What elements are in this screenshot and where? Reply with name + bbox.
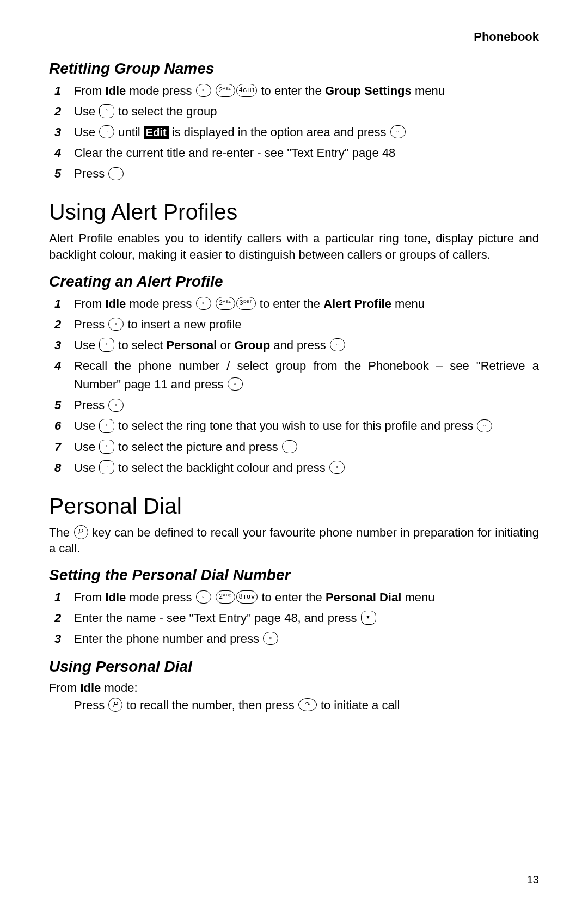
- step: Use ◦ to select the group: [49, 102, 539, 121]
- heading-alert-profiles: Using Alert Profiles: [49, 199, 539, 225]
- step: Use ◦ to select the ring tone that you w…: [49, 417, 539, 435]
- step: Clear the current title and re-enter - s…: [49, 144, 539, 162]
- softkey-icon: ▫: [108, 167, 124, 180]
- nav-icon: ◦: [99, 125, 114, 138]
- step: Recall the phone number / select group f…: [49, 357, 539, 394]
- alert-steps: From Idle mode press ▫ 2ᴬᴮᶜ3ᴰᴱᶠ to enter…: [49, 295, 539, 477]
- step: Enter the phone number and press ▫: [49, 630, 539, 648]
- personal-steps: From Idle mode press ▫ 2ᴬᴮᶜ8ᴛᴜᴠ to enter…: [49, 588, 539, 648]
- step: From Idle mode press ▫ 2ᴬᴮᶜ8ᴛᴜᴠ to enter…: [49, 588, 539, 607]
- nav-icon: ◦: [99, 338, 114, 352]
- softkey-icon: ▫: [390, 125, 406, 138]
- nav-icon: ◦: [99, 440, 114, 454]
- step: Use ◦ to select Personal or Group and pr…: [49, 336, 539, 355]
- subheading-retitling: Retitling Group Names: [49, 60, 539, 77]
- step: From Idle mode press ▫ 2ᴬᴮᶜ3ᴰᴱᶠ to enter…: [49, 295, 539, 313]
- step: Use ◦ until Edit is displayed in the opt…: [49, 123, 539, 142]
- softkey-icon: ▫: [330, 338, 345, 351]
- idle-line: From Idle mode:: [49, 680, 539, 696]
- subheading-use-personal: Using Personal Dial: [49, 658, 539, 675]
- softkey-icon: ▫: [263, 632, 278, 645]
- edit-badge: Edit: [144, 126, 169, 139]
- nav-icon: ◦: [99, 460, 114, 474]
- subheading-set-personal: Setting the Personal Dial Number: [49, 566, 539, 584]
- p-key-icon: P: [108, 698, 122, 712]
- step: Press ▫ to insert a new profile: [49, 315, 539, 334]
- nav-icon: ◦: [99, 419, 114, 433]
- nav-icon: ◦: [99, 104, 114, 118]
- softkey-icon: ▫: [282, 440, 297, 453]
- alert-intro: Alert Profile enables you to identify ca…: [49, 230, 539, 263]
- retitling-steps: From Idle mode press ▫ 2ᴬᴮᶜ4ɢʜɪ to enter…: [49, 82, 539, 183]
- step: Press ▫: [49, 164, 539, 183]
- step: Use ◦ to select the picture and press ▫: [49, 438, 539, 456]
- key-8-icon: 8ᴛᴜᴠ: [236, 590, 258, 604]
- heading-personal-dial: Personal Dial: [49, 493, 539, 519]
- section-header: Phonebook: [474, 30, 539, 44]
- softkey-icon: ▫: [196, 84, 211, 97]
- page-number: 13: [527, 874, 539, 886]
- step: From Idle mode press ▫ 2ᴬᴮᶜ4ɢʜɪ to enter…: [49, 82, 539, 100]
- step: Press ▫: [49, 396, 539, 415]
- key-2-icon: 2ᴬᴮᶜ: [216, 297, 235, 310]
- key-2-icon: 2ᴬᴮᶜ: [216, 590, 235, 604]
- subheading-create-alert: Creating an Alert Profile: [49, 273, 539, 290]
- softkey-icon: ▫: [228, 377, 243, 391]
- personal-intro: The P key can be defined to recall your …: [49, 525, 539, 557]
- step: Use ◦ to select the backlight colour and…: [49, 459, 539, 477]
- softkey-icon: ▫: [196, 590, 211, 604]
- softkey-icon: ▫: [108, 399, 124, 412]
- softkey-icon: ▫: [477, 419, 492, 432]
- p-key-icon: P: [74, 525, 88, 539]
- softkey-icon: ▫: [108, 318, 124, 331]
- softkey-icon: ▫: [196, 297, 211, 310]
- softkey-icon: ▫: [329, 461, 345, 474]
- key-3-icon: 3ᴰᴱᶠ: [236, 297, 256, 310]
- down-key-icon: ▾: [361, 611, 376, 625]
- key-4-icon: 4ɢʜɪ: [236, 84, 258, 97]
- use-line: Press P to recall the number, then press…: [49, 696, 539, 715]
- key-2-icon: 2ᴬᴮᶜ: [216, 84, 235, 97]
- step: Enter the name - see "Text Entry" page 4…: [49, 609, 539, 627]
- call-key-icon: ↷: [298, 698, 317, 711]
